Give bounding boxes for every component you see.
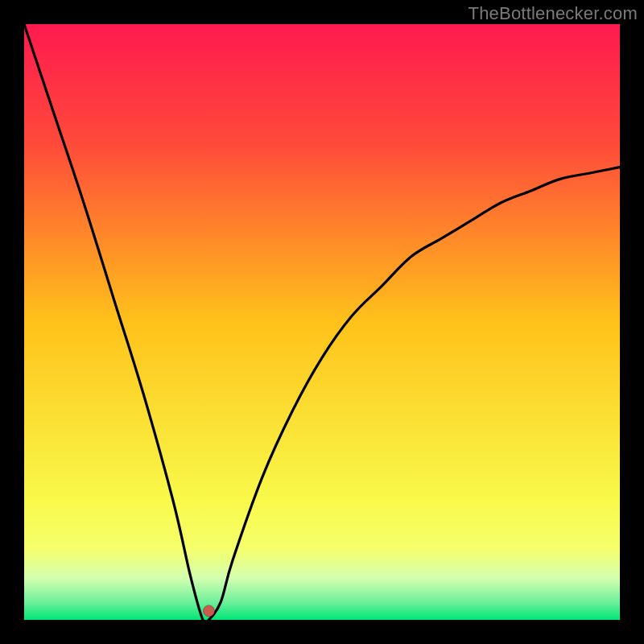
- optimal-point-marker: [203, 605, 214, 617]
- bottleneck-curve: [24, 24, 620, 620]
- plot-area: [24, 24, 620, 620]
- curve-layer: [24, 24, 620, 620]
- watermark-label: TheBottlenecker.com: [469, 3, 638, 24]
- chart-outer-frame: TheBottlenecker.com: [0, 0, 644, 644]
